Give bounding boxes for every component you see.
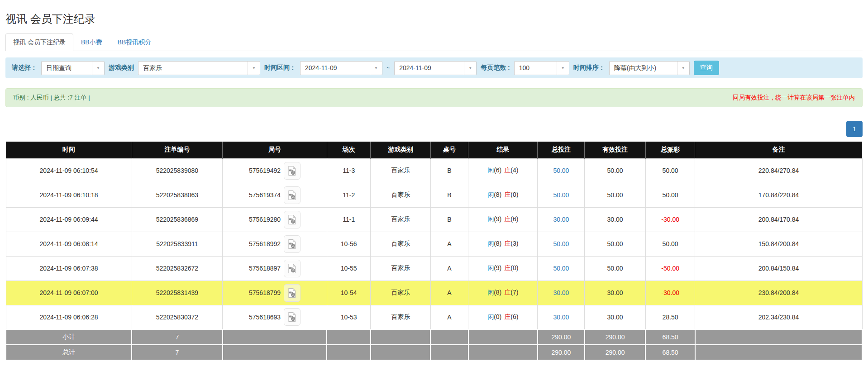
game-type-value: 百家乐 <box>138 62 248 75</box>
video-replay-button[interactable] <box>284 284 300 302</box>
col-result: 结果 <box>468 142 538 158</box>
col-game-type: 游戏类别 <box>371 142 430 158</box>
page-size-select[interactable]: 100 ▼ <box>514 61 569 75</box>
cell-bet-id: 522025830372 <box>132 305 223 329</box>
result-player-score: (0) <box>494 313 501 320</box>
result-banker-label: 庄 <box>504 313 510 320</box>
film-reel-document-icon <box>287 214 297 225</box>
result-banker-label: 庄 <box>504 191 510 198</box>
result-player-score: (8) <box>494 289 501 296</box>
cell-valid-bet: 50.00 <box>585 256 645 281</box>
game-type-select[interactable]: 百家乐 ▼ <box>138 61 260 75</box>
total-bet-link[interactable]: 50.00 <box>553 191 569 199</box>
table-footer: 小计 7 290.00 290.00 68.50 总计 7 290.00 290… <box>6 329 862 360</box>
total-bet-link[interactable]: 50.00 <box>553 265 569 272</box>
table-header: 时间 注单编号 局号 场次 游戏类别 桌号 结果 总投注 有效投注 总派彩 备注 <box>6 142 862 158</box>
table-row: 2024-11-09 06:07:38 522025832672 5756188… <box>6 256 862 281</box>
cell-bet-id: 522025832672 <box>132 256 223 281</box>
cell-session: 11-1 <box>327 207 370 232</box>
cell-valid-bet: 50.00 <box>585 232 645 256</box>
cell-note: 220.84/270.84 <box>695 158 862 183</box>
col-table-no: 桌号 <box>430 142 468 158</box>
round-id-text: 575618799 <box>249 289 281 296</box>
date-from-select[interactable]: 2024-11-09 ▼ <box>300 61 382 75</box>
cell-time: 2024-11-09 06:09:44 <box>6 207 132 232</box>
cell-payout: -50.00 <box>645 256 695 281</box>
cell-bet-id: 522025831439 <box>132 281 223 305</box>
film-reel-document-icon <box>287 312 297 322</box>
result-player-label: 闲 <box>487 191 494 198</box>
col-round-id: 局号 <box>223 142 327 158</box>
tab-bb-video-points[interactable]: BB视讯积分 <box>110 33 159 51</box>
result-banker-label: 庄 <box>504 166 510 174</box>
cell-note: 170.84/220.84 <box>695 183 862 207</box>
cell-table-no: A <box>430 232 468 256</box>
query-type-select[interactable]: 日期查询 ▼ <box>41 61 105 75</box>
cell-table-no: A <box>430 256 468 281</box>
cell-session: 10-54 <box>327 281 370 305</box>
sort-order-select[interactable]: 降冪(由大到小) ▼ <box>609 61 690 75</box>
cell-time: 2024-11-09 06:06:28 <box>6 305 132 329</box>
summary-total-bet-cell: 290.00 <box>538 329 585 345</box>
chevron-down-icon: ▼ <box>370 62 382 75</box>
cell-result: 闲(9)庄(0) <box>468 256 538 281</box>
total-bet-link[interactable]: 30.00 <box>553 216 569 223</box>
summary-row: 总计 7 290.00 290.00 68.50 <box>6 345 862 360</box>
cell-result: 闲(8)庄(0) <box>468 183 538 207</box>
date-to-value: 2024-11-09 <box>395 62 464 75</box>
cell-note: 150.84/200.84 <box>695 232 862 256</box>
cell-valid-bet: 50.00 <box>585 183 645 207</box>
cell-result: 闲(8)庄(3) <box>468 232 538 256</box>
date-from-value: 2024-11-09 <box>300 62 370 75</box>
cell-result: 闲(9)庄(6) <box>468 207 538 232</box>
tab-bb-tips[interactable]: BB小费 <box>73 33 110 51</box>
tab-betting-records[interactable]: 视讯 会员下注纪录 <box>5 33 73 51</box>
total-bet-link[interactable]: 50.00 <box>553 167 569 174</box>
result-player-label: 闲 <box>487 166 494 174</box>
total-bet-link[interactable]: 30.00 <box>553 289 569 296</box>
total-bet-link[interactable]: 50.00 <box>553 240 569 247</box>
cell-round-id: 575618693 <box>223 305 327 329</box>
chevron-down-icon: ▼ <box>248 62 260 75</box>
game-type-label: 游戏类别 <box>109 64 134 72</box>
cell-session: 11-2 <box>327 183 370 207</box>
summary-valid-bet-cell: 290.00 <box>585 329 645 345</box>
cell-session: 10-56 <box>327 232 370 256</box>
cell-result: 闲(0)庄(6) <box>468 305 538 329</box>
cell-payout: -30.00 <box>645 207 695 232</box>
col-valid-bet: 有效投注 <box>585 142 645 158</box>
date-to-select[interactable]: 2024-11-09 ▼ <box>394 61 477 75</box>
table-row: 2024-11-09 06:10:18 522025838063 5756193… <box>6 183 862 207</box>
same-round-note: 同局有效投注，统一计算在该局第一张注单内 <box>733 94 855 102</box>
result-player-score: (6) <box>494 166 501 174</box>
chevron-down-icon: ▼ <box>557 62 569 75</box>
result-banker-score: (4) <box>510 166 518 174</box>
video-replay-button[interactable] <box>284 235 300 253</box>
table-row: 2024-11-09 06:07:00 522025831439 5756187… <box>6 281 862 305</box>
result-player-score: (8) <box>494 191 501 198</box>
chevron-down-icon: ▼ <box>464 62 476 75</box>
video-replay-button[interactable] <box>284 211 300 228</box>
cell-result: 闲(8)庄(7) <box>468 281 538 305</box>
total-bet-link[interactable]: 30.00 <box>553 314 569 321</box>
page-1-button[interactable]: 1 <box>846 121 863 137</box>
cell-table-no: B <box>430 183 468 207</box>
video-replay-button[interactable] <box>284 260 300 277</box>
chevron-down-icon: ▼ <box>92 62 104 75</box>
table-row: 2024-11-09 06:06:28 522025830372 5756186… <box>6 305 862 329</box>
table-body: 2024-11-09 06:10:54 522025839080 5756194… <box>6 158 862 329</box>
summary-count-cell: 7 <box>132 345 223 360</box>
query-button[interactable]: 查询 <box>694 61 719 75</box>
result-player-label: 闲 <box>487 264 494 271</box>
video-replay-button[interactable] <box>284 162 300 180</box>
summary-label-cell: 总计 <box>6 345 132 360</box>
video-replay-button[interactable] <box>284 186 300 204</box>
cell-session: 10-55 <box>327 256 370 281</box>
cell-game-type: 百家乐 <box>371 305 430 329</box>
round-id-text: 575619492 <box>249 167 281 174</box>
cell-total-bet: 30.00 <box>538 281 585 305</box>
cell-payout: 28.50 <box>645 305 695 329</box>
result-player-score: (9) <box>494 264 501 271</box>
col-session: 场次 <box>327 142 370 158</box>
video-replay-button[interactable] <box>284 308 300 326</box>
